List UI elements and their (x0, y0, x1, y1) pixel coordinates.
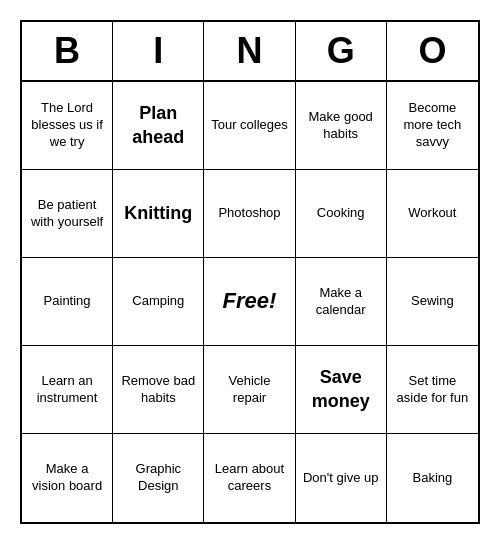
bingo-cell-0: The Lord blesses us if we try (22, 82, 113, 170)
bingo-cell-23: Don't give up (296, 434, 387, 522)
header-letter-o: O (387, 22, 478, 80)
bingo-cell-9: Workout (387, 170, 478, 258)
header-letter-i: I (113, 22, 204, 80)
bingo-header: BINGO (22, 22, 478, 82)
bingo-cell-12: Free! (204, 258, 295, 346)
bingo-cell-14: Sewing (387, 258, 478, 346)
bingo-cell-8: Cooking (296, 170, 387, 258)
bingo-cell-13: Make a calendar (296, 258, 387, 346)
header-letter-b: B (22, 22, 113, 80)
bingo-cell-11: Camping (113, 258, 204, 346)
bingo-card: BINGO The Lord blesses us if we tryPlan … (20, 20, 480, 524)
bingo-cell-18: Save money (296, 346, 387, 434)
bingo-grid: The Lord blesses us if we tryPlan aheadT… (22, 82, 478, 522)
bingo-cell-3: Make good habits (296, 82, 387, 170)
bingo-cell-19: Set time aside for fun (387, 346, 478, 434)
header-letter-n: N (204, 22, 295, 80)
bingo-cell-4: Become more tech savvy (387, 82, 478, 170)
bingo-cell-1: Plan ahead (113, 82, 204, 170)
bingo-cell-15: Learn an instrument (22, 346, 113, 434)
bingo-cell-21: Graphic Design (113, 434, 204, 522)
header-letter-g: G (296, 22, 387, 80)
bingo-cell-10: Painting (22, 258, 113, 346)
bingo-cell-17: Vehicle repair (204, 346, 295, 434)
bingo-cell-6: Knitting (113, 170, 204, 258)
bingo-cell-20: Make a vision board (22, 434, 113, 522)
bingo-cell-16: Remove bad habits (113, 346, 204, 434)
bingo-cell-22: Learn about careers (204, 434, 295, 522)
bingo-cell-5: Be patient with yourself (22, 170, 113, 258)
bingo-cell-2: Tour colleges (204, 82, 295, 170)
bingo-cell-24: Baking (387, 434, 478, 522)
bingo-cell-7: Photoshop (204, 170, 295, 258)
